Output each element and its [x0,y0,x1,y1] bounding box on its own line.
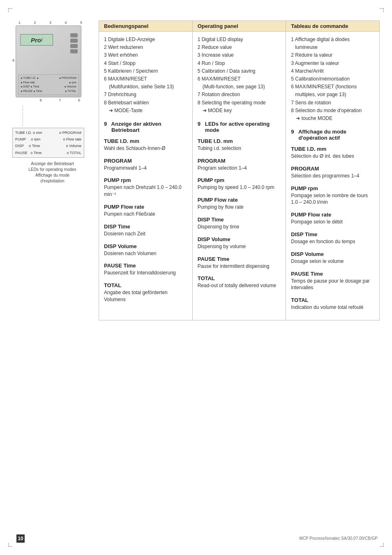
list-item: 6 MAX/MIN/RESET (fonctions multiples, vo… [291,83,374,99]
content-area: 1 2 3 4 5 9 Pro l [12,21,380,320]
english-total-title: TOTAL [198,275,281,281]
led-row-3: ● DISP ● Time ● Volume [21,85,76,89]
list-item: 1 Affichage digital à diodes lumineuse [291,36,374,51]
french-tube-title: TUBE I.D. mm [291,146,374,152]
page-number-area: 10 [16,534,25,543]
list-item: ➜ MODE-Taste [104,107,187,115]
english-tube: TUBE I.D. mm Tubing i.d. selection [198,138,281,152]
list-item: 4 Start / Stopp [104,60,187,67]
num-6: 6 [78,98,80,102]
led-row-2: ● Flow rate ● rpm [21,81,76,85]
caption-line-1: Anzeige der Betriebsart [12,161,92,167]
led-subpanel: ● TUBE I.D. ● ● PROGRAM ● Flow rate ● rp… [18,74,79,95]
english-program-title: PROGRAM [198,158,281,164]
english-disp-time-desc: Dispensing by time [198,223,281,230]
french-tube: TUBE I.D. mm Sélection du Ø int. des tub… [291,146,374,160]
btn-2 [70,39,78,43]
led-volume-label: ● Volume [64,85,76,89]
led-rpm-label: ● rpm [69,81,76,85]
device-container: 9 Pro l [12,25,88,97]
french-program-desc: Sélection des programmes 1–4 [291,173,374,180]
english-tube-desc: Tubing i.d. selection [198,145,281,152]
led-row-4: ● PAUSE ● Time ● TOTAL [21,89,76,94]
caption-line-4: d'exploitation [12,178,92,184]
english-pump-flow-title: PUMP Flow rate [198,197,281,203]
french-section9-title: 9 Affichage du mode d'opération actif [291,129,374,141]
german-tube-title: TUBE I.D. mm [104,138,187,144]
led-table: TUBE I.D. o mm o PROGRAM PUMP o rpm o Fl… [12,128,84,158]
list-item: (Multifunktion, siehe Seite 13) [104,83,187,91]
german-disp-volume-title: DISP Volume [104,243,187,249]
column-german: Bedienungspanel 1 Digitale LED-Anzeige 2… [99,21,192,320]
german-disp-volume-desc: Dosieren nach Volumen [104,250,187,257]
list-item: 2 Wert reduzieren [104,44,187,51]
french-pump-rpm: PUMP rpm Pompage selon le nombre de tour… [291,185,374,206]
num-5: 5 [80,21,82,25]
corner-mark-tl [8,8,12,12]
french-disp-volume: DISP Volume Dosage selon le volume [291,251,374,265]
caption-line-2: LEDs for operating modes [12,167,92,173]
german-program-desc: Programmwahl 1–4 [104,165,187,172]
device-body: Pro l ● TUBE I.D. ● [16,25,81,97]
french-total-desc: Indication du volume total refoulé [291,304,374,311]
num-2: 2 [34,21,36,25]
german-pump-flow-title: PUMP Flow rate [104,204,187,210]
num-1: 1 [18,21,21,25]
device-top-numbers: 1 2 3 4 5 [18,21,82,25]
led-table-row-4: PAUSE o Time o TOTAL [15,150,81,156]
device-display: Pro l [20,34,53,46]
list-item: 7 Drehrichtung [104,91,187,99]
german-pump-flow-desc: Pumpen nach Fließrate [104,211,187,218]
german-list: 1 Digitale LED-Anzeige 2 Wert reduzieren… [104,36,187,115]
list-item: 6 MAX/MIN/RESET [198,75,281,83]
list-item: 8 Sélection du mode d'opération [291,107,374,115]
german-disp-time-desc: Dosieren nach Zeit [104,230,187,237]
list-item: 4 Run / Stop [198,60,281,67]
german-header: Bedienungspanel [99,21,192,32]
english-disp-volume-title: DISP Volume [198,236,281,242]
footer-reference: MCP Process/Ismatec SA/30.07.00/CB/GP [300,536,378,541]
list-item: 2 Réduire la valeur [291,51,374,59]
german-pump-rpm-desc: Pumpen nach Drehzahl 1.0 – 240.0 min⁻¹ [104,184,187,198]
german-program: PROGRAM Programmwahl 1–4 [104,158,187,172]
list-item: 2 Reduce value [198,44,281,51]
english-disp-time-title: DISP Time [198,216,281,223]
german-disp-volume: DISP Volume Dosieren nach Volumen [104,243,187,257]
num-7: 7 [59,98,61,102]
german-disp-time: DISP Time Dosieren nach Zeit [104,223,187,237]
french-total-title: TOTAL [291,297,374,303]
btn-3 [70,44,78,48]
german-pause-time-desc: Pausenzeit für Intervalldosierung [104,269,187,276]
list-item: 8 Selecting the operating mode [198,99,281,107]
english-tube-title: TUBE I.D. mm [198,138,281,144]
device-buttons [70,33,78,53]
german-tube: TUBE I.D. mm Wahl des Schlauch-Innen-Ø [104,138,187,152]
num-3: 3 [49,21,51,25]
french-disp-time: DISP Time Dosage en fonction du temps [291,231,374,245]
led-table-row-2: PUMP o rpm o Flow rate [15,136,81,143]
german-total-title: TOTAL [104,282,187,288]
num-9-side: 9 [12,58,14,62]
column-french: Tableau de commande 1 Affichage digital … [286,21,380,320]
german-tube-desc: Wahl des Schlauch-Innen-Ø [104,145,187,152]
led-program-label: ● PROGRAM [59,76,76,81]
english-total: TOTAL Read-out of totally delivered volu… [198,275,281,289]
english-program-desc: Program selection 1–4 [198,165,281,172]
list-item: 3 Wert erhöhen [104,51,187,59]
english-pump-flow: PUMP Flow rate Pumping by flow rate [198,197,281,211]
list-item: 7 Sens de rotation [291,99,374,107]
french-total: TOTAL Indication du volume total refoulé [291,297,374,311]
led-t1-l: TUBE I.D. o mm [15,129,42,136]
led-t4-r: o TOTAL [67,150,81,156]
dashed-connector [23,106,92,126]
french-program: PROGRAM Sélection des programmes 1–4 [291,166,374,180]
german-pump-flow: PUMP Flow rate Pumpen nach Fließrate [104,204,187,218]
german-pump-rpm: PUMP rpm Pumpen nach Drehzahl 1.0 – 240.… [104,177,187,198]
german-section9-title: 9 Anzeige der aktiven Betriebsart [104,121,187,133]
english-pump-rpm-desc: Pumping by speed 1.0 – 240.0 rpm [198,184,281,191]
english-pump-rpm-title: PUMP rpm [198,177,281,183]
led-t3-l: DISP o Time [15,143,40,149]
french-pause-time: PAUSE Time Temps de pause pour le dosage… [291,271,374,292]
list-item: 5 Calibration / Data saving [198,67,281,75]
french-disp-time-desc: Dosage en fonction du temps [291,238,374,245]
